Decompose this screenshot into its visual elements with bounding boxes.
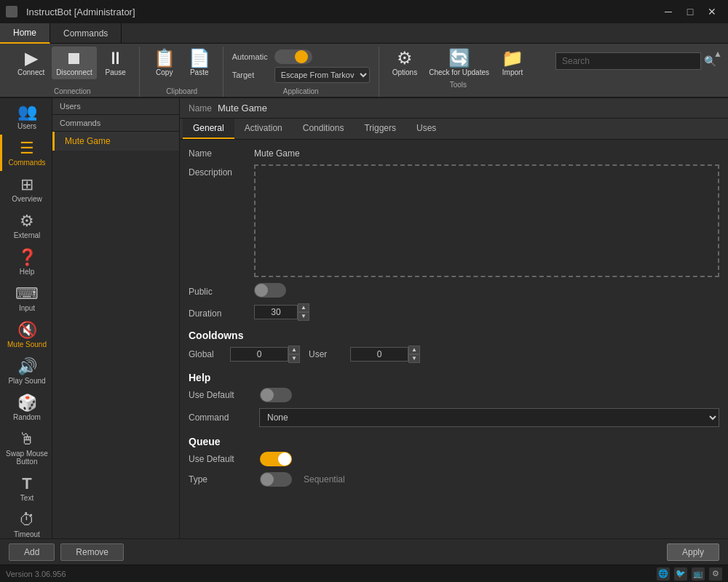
sidebar-item-input[interactable]: ⌨ Input (0, 280, 52, 316)
add-button[interactable]: Add (9, 543, 55, 561)
global-down-button[interactable]: ▼ (288, 354, 300, 363)
copy-icon: 📋 (154, 49, 175, 67)
tab-triggers[interactable]: Triggers (354, 119, 406, 139)
ribbon-collapse-button[interactable]: ▲ (711, 47, 725, 61)
name-field-label: Name (189, 146, 254, 159)
command-row: Command None (189, 408, 719, 427)
use-default-toggle[interactable] (260, 388, 292, 402)
name-field-value: Mute Game (254, 146, 300, 159)
overview-icon: ⊞ (20, 177, 33, 193)
target-dropdown[interactable]: Escape From Tarkov (274, 67, 370, 83)
sidebar-item-users[interactable]: 👥 Users (0, 98, 52, 135)
command-dropdown[interactable]: None (259, 408, 719, 427)
sidebar-item-mute-sound[interactable]: 🔇 Mute Sound (0, 316, 52, 353)
help-header: Help (189, 372, 719, 383)
tab-general[interactable]: General (183, 119, 234, 139)
public-label: Public (189, 284, 254, 297)
connect-icon: ▶ (25, 49, 38, 67)
user-down-button[interactable]: ▼ (408, 354, 420, 363)
users-nav-header[interactable]: Users (52, 98, 179, 115)
sidebar-item-commands[interactable]: ☰ Commands (0, 135, 52, 171)
global-spinner: ▲ ▼ (230, 346, 300, 363)
duration-row: Duration 30 ▲ ▼ (189, 303, 719, 321)
disconnect-button[interactable]: ⏹ Disconnect (52, 47, 96, 79)
sidebar-item-timeout[interactable]: ⏱ Timeout (0, 506, 52, 538)
pause-icon: ⏸ (107, 49, 124, 67)
title-bar: InstructBot [Administrator] ─ □ ✕ (0, 0, 728, 23)
duration-spinner: 30 ▲ ▼ (254, 303, 309, 321)
import-button[interactable]: 📁 Import (496, 47, 529, 79)
tab-home[interactable]: Home (0, 23, 50, 44)
swap-mouse-icon: 🖱 (19, 431, 35, 447)
status-bar: Version 3.06.956 🌐 🐦 📺 ⚙ (0, 565, 728, 582)
global-up-button[interactable]: ▲ (288, 346, 300, 354)
cooldowns-header: Cooldowns (189, 330, 719, 341)
users-icon: 👥 (17, 104, 37, 120)
tab-conditions[interactable]: Conditions (293, 119, 355, 139)
queue-header: Queue (189, 436, 719, 447)
maximize-button[interactable]: □ (680, 1, 700, 22)
bottom-left-buttons: Add Remove (9, 543, 124, 561)
pause-button[interactable]: ⏸ Pause (100, 47, 132, 79)
queue-use-default-label: Use Default (189, 454, 254, 464)
general-panel: Name Mute Game Description Public Durati… (180, 140, 728, 538)
options-icon: ⚙ (397, 49, 413, 67)
import-icon: 📁 (502, 49, 523, 67)
disconnect-icon: ⏹ (66, 49, 83, 67)
search-input[interactable] (555, 52, 701, 70)
sidebar-item-random[interactable]: 🎲 Random (0, 389, 52, 426)
sidebar-item-overview[interactable]: ⊞ Overview (0, 171, 52, 207)
commands-icon: ☰ (20, 140, 34, 156)
external-icon: ⚙ (20, 213, 34, 229)
connect-button[interactable]: ▶ Connect (13, 47, 49, 79)
text-icon: T (22, 476, 31, 492)
commands-nav-header[interactable]: Commands (52, 115, 179, 132)
duration-up-button[interactable]: ▲ (298, 303, 309, 312)
tab-commands[interactable]: Commands (50, 23, 122, 44)
duration-input[interactable]: 30 (254, 305, 298, 319)
timeout-icon: ⏱ (19, 512, 35, 528)
sidebar-item-swap-mouse[interactable]: 🖱 Swap Mouse Button (0, 426, 52, 470)
minimize-button[interactable]: ─ (658, 1, 678, 22)
sidebar-item-help[interactable]: ❓ Help (0, 244, 52, 280)
sidebar-item-text[interactable]: T Text (0, 470, 52, 506)
app-title: InstructBot [Administrator] (26, 7, 135, 17)
remove-button[interactable]: Remove (60, 543, 124, 561)
window-controls: ─ □ ✕ (658, 1, 722, 22)
copy-button[interactable]: 📋 Copy (149, 47, 181, 79)
tab-uses[interactable]: Uses (406, 119, 446, 139)
type-row: Type Sequential (189, 472, 719, 487)
search-wrap: 🔍 (550, 49, 722, 97)
status-icon-3: 📺 (692, 567, 705, 581)
type-toggle[interactable] (260, 472, 292, 487)
target-label: Target (232, 71, 269, 79)
duration-down-button[interactable]: ▼ (298, 312, 309, 321)
type-value: Sequential (304, 474, 345, 485)
help-icon: ❓ (17, 250, 37, 266)
input-icon: ⌨ (15, 286, 39, 302)
name-row: Name Mute Game (189, 146, 719, 159)
bottom-bar: Add Remove Apply (0, 538, 728, 565)
options-button[interactable]: ⚙ Options (388, 47, 422, 79)
nav-item-mute-game[interactable]: Mute Game (52, 132, 179, 151)
automatic-toggle[interactable] (274, 49, 312, 64)
check-updates-button[interactable]: 🔄 Check for Updates (424, 47, 494, 79)
queue-use-default-toggle[interactable] (260, 452, 292, 466)
description-textarea[interactable] (254, 164, 719, 277)
paste-button[interactable]: 📄 Paste (183, 47, 215, 79)
left-nav: Users Commands Mute Game (52, 98, 180, 538)
apply-button[interactable]: Apply (667, 543, 719, 561)
version-label: Version 3.06.956 (6, 570, 66, 578)
ribbon-group-connection: ▶ Connect ⏹ Disconnect ⏸ Pause Connectio… (6, 47, 140, 97)
user-up-button[interactable]: ▲ (408, 346, 420, 354)
sidebar-item-external[interactable]: ⚙ External (0, 207, 52, 244)
use-default-row: Use Default (189, 388, 719, 402)
status-icon-1: 🌐 (657, 567, 670, 581)
public-toggle[interactable] (254, 283, 286, 298)
global-input[interactable] (230, 347, 288, 362)
tab-activation[interactable]: Activation (234, 119, 293, 139)
user-input[interactable] (350, 347, 408, 362)
close-button[interactable]: ✕ (702, 1, 722, 22)
tools-group-label: Tools (388, 81, 529, 89)
sidebar-item-play-sound[interactable]: 🔊 Play Sound (0, 353, 52, 389)
